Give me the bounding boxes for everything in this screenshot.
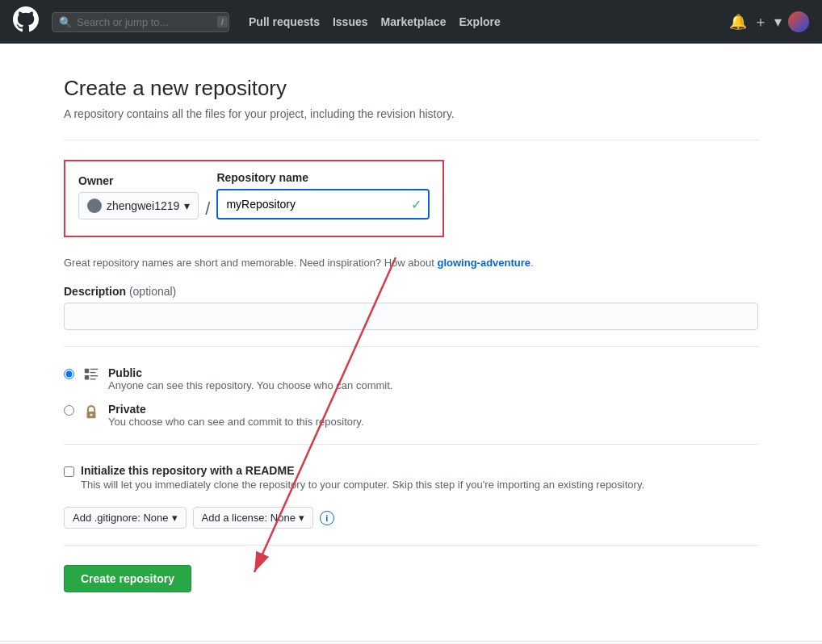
private-text: Private You choose who can see and commi… bbox=[108, 403, 364, 428]
init-text: Initialize this repository with a README… bbox=[81, 464, 644, 491]
github-logo[interactable] bbox=[13, 6, 39, 37]
public-icon bbox=[82, 366, 100, 389]
owner-dropdown-icon: ▾ bbox=[184, 199, 190, 212]
marketplace-link[interactable]: Marketplace bbox=[381, 15, 447, 28]
divider-radio bbox=[64, 346, 758, 347]
init-readme-option: Initialize this repository with a README… bbox=[64, 464, 758, 491]
divider-init bbox=[64, 444, 758, 445]
suggestion-text: Great repository names are short and mem… bbox=[64, 257, 758, 269]
public-title: Public bbox=[108, 366, 392, 379]
owner-repo-row: Owner zhengwei1219 ▾ / Repository name ✓ bbox=[78, 171, 430, 220]
create-repository-button[interactable]: Create repository bbox=[64, 565, 191, 592]
avatar[interactable] bbox=[788, 11, 809, 32]
svg-rect-3 bbox=[85, 375, 90, 380]
repo-name-input[interactable] bbox=[218, 190, 428, 218]
navbar-links: Pull requests Issues Marketplace Explore bbox=[249, 15, 501, 28]
svg-rect-0 bbox=[85, 369, 90, 374]
license-dropdown[interactable]: Add a license: None ▾ bbox=[193, 507, 313, 529]
public-text: Public Anyone can see this repository. Y… bbox=[108, 366, 392, 391]
navbar-right: 🔔 ＋ ▾ bbox=[729, 11, 809, 32]
license-label: Add a license: None bbox=[202, 512, 296, 524]
private-desc: You choose who can see and commit to thi… bbox=[108, 416, 364, 428]
private-radio[interactable] bbox=[64, 405, 74, 416]
owner-group: Owner zhengwei1219 ▾ bbox=[78, 174, 199, 220]
svg-rect-4 bbox=[90, 375, 99, 376]
init-title: Initialize this repository with a README bbox=[81, 464, 644, 477]
page-title: Create a new repository bbox=[64, 76, 758, 101]
owner-repo-highlight: Owner zhengwei1219 ▾ / Repository name ✓ bbox=[64, 160, 444, 237]
public-option: Public Anyone can see this repository. Y… bbox=[64, 366, 758, 391]
private-title: Private bbox=[108, 403, 364, 416]
repo-name-valid-icon: ✓ bbox=[411, 197, 421, 212]
issues-link[interactable]: Issues bbox=[333, 15, 368, 28]
init-readme-checkbox[interactable] bbox=[64, 466, 74, 477]
info-icon[interactable]: i bbox=[320, 511, 334, 525]
init-desc: This will let you immediately clone the … bbox=[81, 479, 644, 491]
owner-select[interactable]: zhengwei1219 ▾ bbox=[78, 192, 199, 220]
main-content: Create a new repository A repository con… bbox=[48, 44, 774, 641]
search-kbd: / bbox=[217, 16, 228, 27]
divider-top bbox=[64, 140, 758, 140]
license-chevron-icon: ▾ bbox=[299, 512, 304, 524]
footer: © 2018 GitHub, Inc. Terms Privacy Securi… bbox=[0, 641, 822, 644]
description-group: Description (optional) bbox=[64, 285, 758, 330]
notification-bell-icon[interactable]: 🔔 bbox=[729, 13, 747, 31]
dropdowns-row: Add .gitignore: None ▾ Add a license: No… bbox=[64, 507, 758, 529]
page-subtitle: A repository contains all the files for … bbox=[64, 107, 758, 120]
radio-section: Public Anyone can see this repository. Y… bbox=[64, 366, 758, 428]
private-icon bbox=[82, 403, 100, 425]
explore-link[interactable]: Explore bbox=[459, 15, 500, 28]
repo-name-group: Repository name ✓ bbox=[216, 171, 430, 220]
public-radio[interactable] bbox=[64, 369, 74, 379]
svg-rect-1 bbox=[90, 369, 99, 370]
owner-label: Owner bbox=[78, 174, 199, 187]
search-icon: 🔍 bbox=[59, 16, 72, 28]
suggestion-link[interactable]: glowing-adventure bbox=[437, 257, 531, 269]
checkbox-section: Initialize this repository with a README… bbox=[64, 464, 758, 491]
gitignore-chevron-icon: ▾ bbox=[172, 512, 178, 524]
svg-point-7 bbox=[90, 414, 93, 416]
gitignore-label: Add .gitignore: None bbox=[73, 512, 169, 524]
divider-submit bbox=[64, 545, 758, 546]
page-wrapper: Create a new repository A repository con… bbox=[0, 44, 822, 641]
public-desc: Anyone can see this repository. You choo… bbox=[108, 379, 392, 391]
repo-name-label: Repository name bbox=[216, 171, 430, 184]
repo-name-wrapper: ✓ bbox=[216, 189, 430, 220]
pull-requests-link[interactable]: Pull requests bbox=[249, 15, 320, 28]
description-label: Description (optional) bbox=[64, 285, 758, 298]
private-option: Private You choose who can see and commi… bbox=[64, 403, 758, 428]
search-input[interactable] bbox=[77, 16, 212, 28]
slash-separator: / bbox=[205, 200, 210, 220]
gitignore-dropdown[interactable]: Add .gitignore: None ▾ bbox=[64, 507, 187, 529]
chevron-down-icon[interactable]: ▾ bbox=[774, 13, 782, 31]
svg-rect-5 bbox=[90, 378, 96, 379]
svg-rect-2 bbox=[90, 372, 96, 373]
description-input[interactable] bbox=[64, 303, 758, 330]
owner-avatar bbox=[87, 199, 102, 213]
add-icon[interactable]: ＋ bbox=[753, 12, 768, 31]
owner-name: zhengwei1219 bbox=[107, 199, 179, 212]
navbar: 🔍 / Pull requests Issues Marketplace Exp… bbox=[0, 0, 822, 44]
search-bar[interactable]: 🔍 / bbox=[52, 12, 229, 32]
